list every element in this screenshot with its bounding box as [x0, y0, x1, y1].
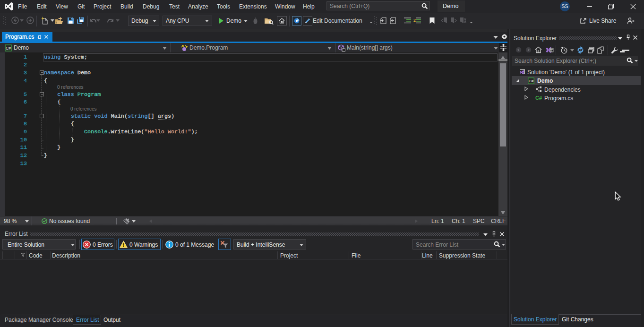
svg-text:C#: C#	[529, 79, 534, 83]
svg-text:C#: C#	[6, 46, 11, 51]
svg-text:2: 2	[413, 18, 416, 23]
svg-text:C#: C#	[535, 95, 542, 101]
